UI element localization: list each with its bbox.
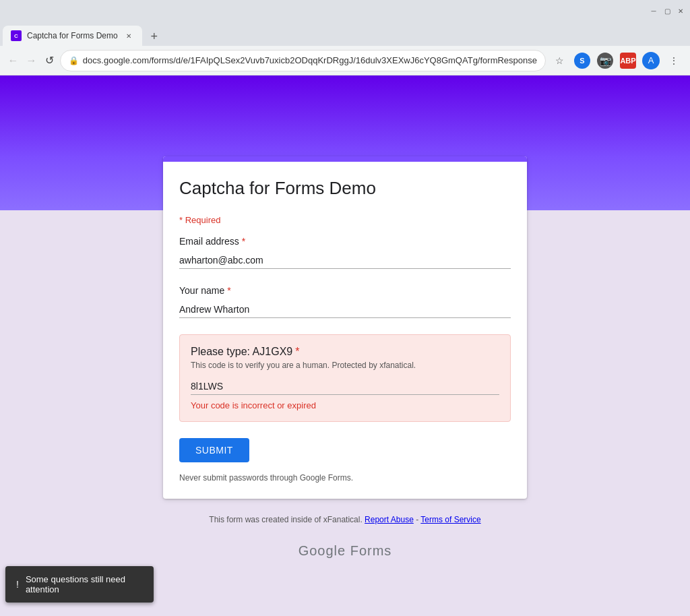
- new-tab-button[interactable]: +: [145, 27, 164, 46]
- toast-notification: ! Some questions still need attention: [5, 566, 154, 603]
- report-abuse-link[interactable]: Report Abuse: [365, 515, 414, 524]
- terms-link[interactable]: Terms of Service: [420, 515, 480, 524]
- toast-message: Some questions still need attention: [26, 574, 143, 594]
- tab-favicon: C: [11, 30, 22, 41]
- form-title: Captcha for Forms Demo: [179, 178, 511, 199]
- form-header: Captcha for Forms Demo: [163, 156, 527, 215]
- email-input[interactable]: [179, 252, 511, 269]
- required-text: Required: [185, 215, 221, 225]
- captcha-label: Please type: AJ1GX9 *: [191, 346, 499, 358]
- captcha-error-message: Your code is incorrect or expired: [191, 400, 499, 410]
- title-bar: ─ ▢ ✕: [0, 0, 690, 22]
- maximize-button[interactable]: ▢: [663, 7, 671, 15]
- form-body: * Required Email address *: [163, 215, 527, 499]
- form-footer: This form was created inside of xFanatic…: [163, 504, 527, 535]
- url-text: docs.google.com/forms/d/e/1FAIpQLSex2Vuv…: [83, 55, 537, 65]
- tab-close-button[interactable]: ✕: [123, 30, 134, 41]
- reload-button[interactable]: ↺: [42, 50, 57, 71]
- email-required-star: *: [242, 236, 245, 247]
- s-ext: S: [574, 53, 590, 69]
- page-content: Captcha for Forms Demo * Required Email …: [0, 75, 690, 616]
- abp-ext: ABP: [620, 53, 636, 69]
- more-button[interactable]: ⋮: [663, 50, 685, 71]
- camera-extension-icon[interactable]: 📷: [594, 50, 616, 71]
- email-field-group: Email address *: [179, 236, 511, 269]
- name-input[interactable]: [179, 301, 511, 318]
- form-container: Captcha for Forms Demo * Required Email …: [163, 156, 527, 567]
- never-submit-text: Never submit passwords through Google Fo…: [179, 473, 511, 483]
- tabs-bar: C Captcha for Forms Demo ✕ +: [0, 22, 690, 46]
- bookmark-button[interactable]: ☆: [548, 50, 570, 71]
- form-card: Captcha for Forms Demo * Required Email …: [163, 156, 527, 499]
- abp-extension-icon[interactable]: ABP: [617, 50, 639, 71]
- forward-button[interactable]: →: [24, 50, 39, 71]
- close-button[interactable]: ✕: [677, 7, 685, 15]
- submit-button[interactable]: SUBMIT: [179, 438, 249, 462]
- required-star: *: [179, 215, 183, 225]
- toolbar-icons: ☆ S 📷 ABP A ⋮: [548, 50, 685, 71]
- minimize-button[interactable]: ─: [650, 7, 658, 15]
- browser-tab[interactable]: C Captcha for Forms Demo ✕: [3, 26, 142, 46]
- footer-text: This form was created inside of xFanatic…: [209, 515, 362, 524]
- camera-ext: 📷: [597, 53, 613, 69]
- browser-toolbar: ← → ↺ 🔒 docs.google.com/forms/d/e/1FAIpQ…: [0, 46, 690, 75]
- lock-icon: 🔒: [69, 56, 79, 65]
- captcha-input[interactable]: [191, 378, 499, 395]
- name-label: Your name *: [179, 285, 511, 296]
- toast-icon: !: [16, 579, 19, 590]
- back-button[interactable]: ←: [5, 50, 21, 71]
- profile-button[interactable]: A: [640, 50, 662, 71]
- address-bar[interactable]: 🔒 docs.google.com/forms/d/e/1FAIpQLSex2V…: [60, 50, 546, 71]
- name-required-star: *: [227, 285, 230, 296]
- name-field-group: Your name *: [179, 285, 511, 318]
- captcha-section: Please type: AJ1GX9 * This code is to ve…: [179, 334, 511, 422]
- s-extension-icon[interactable]: S: [571, 50, 593, 71]
- required-note: * Required: [179, 215, 511, 225]
- browser-frame: ─ ▢ ✕ C Captcha for Forms Demo ✕ + ← → ↺…: [0, 0, 690, 616]
- captcha-sublabel: This code is to verify you are a human. …: [191, 361, 499, 370]
- window-controls: ─ ▢ ✕: [650, 7, 685, 15]
- tab-title-text: Captcha for Forms Demo: [27, 31, 118, 40]
- captcha-required-star: *: [295, 346, 299, 358]
- profile-avatar: A: [642, 52, 660, 69]
- google-forms-logo: Google Forms: [163, 535, 527, 567]
- email-label: Email address *: [179, 236, 511, 247]
